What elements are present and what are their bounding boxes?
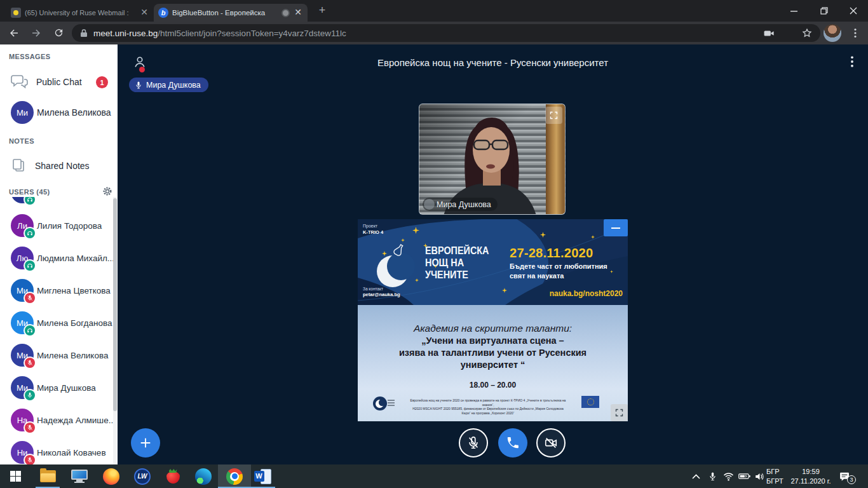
bbb-favicon: b [158,8,168,18]
window-minimize-button[interactable] [779,0,808,22]
user-row[interactable]: МиМира Душкова [11,376,96,399]
slide-fullscreen-icon[interactable] [611,404,628,421]
lw-app-icon[interactable]: LW [127,464,158,488]
sidebar-scrollbar[interactable] [113,197,117,464]
browser-tabstrip: (65) University of Ruse Webmail : ✕ b Bi… [0,0,868,22]
user-row[interactable]: МиМилена Великова [11,344,108,367]
user-name: Миглена Цветкова [37,286,111,295]
tray-battery-icon[interactable] [737,464,751,488]
tab-close-icon[interactable]: ✕ [293,8,303,18]
users-settings-gear-icon[interactable] [102,186,113,197]
options-menu-icon[interactable] [846,55,858,68]
user-name: Милена Богданова [37,318,112,328]
public-chat-label: Public Chat [36,77,82,87]
strawberry-app-icon[interactable] [158,464,188,488]
night-logo [373,396,395,410]
user-name: Лилия Тодорова [37,221,102,231]
tab-webmail[interactable]: (65) University of Ruse Webmail : ✕ [6,4,154,22]
lock-icon [80,29,88,37]
url-domain: meet.uni-ruse.bg [93,29,158,38]
user-status-badge [25,455,35,464]
firefox-icon[interactable] [96,464,126,488]
banner-title: ЕВРОПЕЙСКАНОЩ НАУЧЕНИТЕ [425,245,489,281]
eu-flag [581,396,599,408]
user-row[interactable]: НаНадежда Алмише... [11,409,113,431]
user-status-badge [25,390,35,400]
reload-button[interactable] [53,27,65,39]
video-fullscreen-icon[interactable] [545,107,562,124]
notification-count-badge: 3 [847,475,856,484]
messages-header: MESSAGES [9,53,51,60]
bbb-main-area: Европейска нощ на учените - Русенски уни… [118,44,868,464]
banner-date: 27-28.11.2020 [510,245,593,261]
tab-bigbluebutton[interactable]: b BigBlueButton - Европейска ✕ [154,4,308,22]
tab-close-icon[interactable]: ✕ [139,8,149,18]
edge-icon[interactable] [188,464,219,488]
tray-language[interactable]: БГРБГРТ [766,467,790,485]
scrollbar-thumb[interactable] [113,198,117,411]
message-user-name: Милена Великова [37,107,111,118]
slide-body: Академия на скритите таланти: „Учени на … [358,305,628,421]
user-name: Милена Великова [37,351,108,360]
tray-microphone-icon[interactable] [707,464,718,488]
file-explorer-icon[interactable] [32,464,63,488]
new-tab-button[interactable]: + [316,4,329,17]
slide-banner: Проект K-TRIO 4 ЕВРОПЕЙСКАНОЩ НАУЧЕНИТЕ … [358,219,628,305]
tray-clock[interactable]: 19:5927.11.2020 г. [788,467,834,485]
slide-time-range: 18.00 – 20.00 [358,381,628,390]
user-row[interactable]: ЛюЛюдмила Михайл... [11,247,113,269]
chat-icon [11,74,29,90]
webmail-favicon [11,8,21,18]
user-row[interactable]: МиМилена Богданова [11,311,112,334]
user-row-partial[interactable] [11,197,34,203]
url-path: /html5client/join?sessionToken=y4varz7ds… [158,29,346,38]
user-name: Надежда Алмише... [37,416,113,425]
webcam-video[interactable]: Мира Душкова [419,104,566,215]
talking-indicator[interactable]: Мира Душкова [129,78,208,92]
tray-chevron-icon[interactable] [690,464,702,488]
slide-body-line1: „Учени на виртуалната сцена – [358,336,628,346]
talking-user-name: Мира Душкова [146,81,201,90]
tab-audio-icon[interactable] [281,9,290,17]
user-status-badge [25,293,35,303]
camera-in-use-icon[interactable] [760,24,778,42]
window-close-button[interactable] [839,0,868,22]
tray-speaker-icon[interactable] [752,464,766,488]
user-row[interactable]: НиНиколай Ковачев [11,441,106,464]
public-chat-item[interactable]: Public Chat [11,71,82,93]
avatar: Ми [11,101,34,124]
user-status-badge [25,228,35,238]
shared-notes-label: Shared Notes [35,161,90,171]
mic-icon [135,81,142,90]
leave-audio-button[interactable] [498,428,527,458]
tray-wifi-icon[interactable] [722,464,735,488]
user-name: Людмила Михайл... [37,254,113,263]
notes-icon [11,158,27,174]
window-maximize-button[interactable] [810,0,839,22]
back-button[interactable] [8,27,20,39]
user-name: Мира Душкова [37,383,96,393]
word-icon[interactable]: W [247,464,278,488]
this-pc-icon[interactable] [64,464,95,488]
browser-menu-icon[interactable] [846,24,864,42]
shared-notes-item[interactable]: Shared Notes [11,154,90,177]
slide-body-line2: изява на талантливи учени от Русенския [358,348,628,358]
notes-header: NOTES [9,137,34,145]
slide-footer-text: Европейска нощ на учените 2020 се провеж… [409,398,567,415]
meeting-title: Европейска нощ на учените - Русенски уни… [118,57,868,68]
actions-plus-button[interactable] [131,428,160,458]
microphone-muted-button[interactable] [459,428,488,458]
presentation-slide[interactable]: Проект K-TRIO 4 ЕВРОПЕЙСКАНОЩ НАУЧЕНИТЕ … [358,219,628,421]
user-row[interactable]: МиМиглена Цветкова [11,279,111,302]
forward-button[interactable] [31,27,42,39]
webcam-off-button[interactable] [536,428,566,458]
chrome-icon[interactable] [219,464,250,488]
bookmark-star-icon[interactable] [798,24,816,42]
webcam-user-label: Мира Душкова [423,198,498,211]
message-user-item[interactable]: Ми Милена Великова [11,101,111,124]
start-button[interactable] [0,464,31,488]
minimize-presentation-button[interactable] [604,219,628,236]
browser-profile-avatar[interactable] [824,24,841,42]
user-row[interactable]: ЛиЛилия Тодорова [11,214,102,237]
address-bar[interactable]: meet.uni-ruse.bg/html5client/join?sessio… [72,24,820,42]
